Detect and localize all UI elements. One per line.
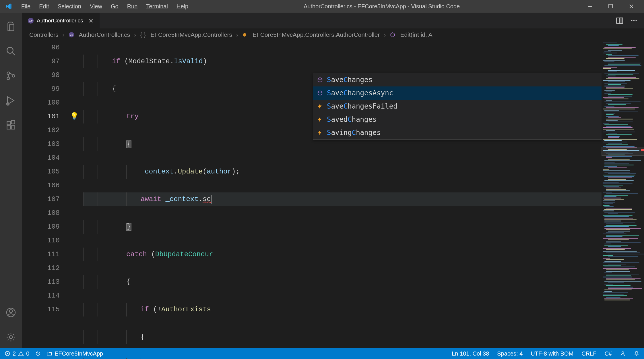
minimize-button[interactable] — [580, 0, 600, 13]
menu-help[interactable]: Help — [172, 1, 192, 11]
svg-point-12 — [9, 310, 13, 313]
svg-point-13 — [9, 336, 13, 339]
line-number-gutter: 96 97 98 99 100 101 102 103 104 105 106 … — [22, 41, 71, 348]
tab-close-icon[interactable] — [88, 18, 94, 23]
menu-edit[interactable]: Edit — [35, 1, 53, 11]
method-cube-icon — [317, 90, 323, 96]
svg-rect-10 — [11, 121, 15, 124]
explorer-icon[interactable] — [0, 16, 22, 37]
method-cube-icon — [317, 77, 323, 83]
svg-rect-25 — [21, 355, 21, 355]
intellisense-label: SavingChanges — [327, 126, 381, 140]
namespace-icon: { } — [140, 32, 146, 38]
accounts-icon[interactable] — [0, 302, 22, 323]
svg-rect-8 — [7, 126, 11, 129]
intellisense-item[interactable]: SaveChangesFailed — [313, 100, 621, 113]
window-title: AuthorController.cs - EFCore5InMvcApp - … — [304, 3, 460, 10]
svg-rect-0 — [588, 6, 592, 7]
breadcrumb-folder[interactable]: Controllers — [29, 31, 59, 38]
method-icon — [390, 32, 396, 38]
menu-run[interactable]: Run — [123, 1, 142, 11]
svg-text:C#: C# — [29, 19, 33, 22]
svg-point-2 — [7, 47, 13, 53]
breadcrumb-namespace[interactable]: EFCore5InMvcApp.Controllers — [150, 31, 232, 38]
breadcrumb-file[interactable]: AuthorController.cs — [79, 31, 130, 38]
code-content[interactable]: if (ModelState.IsValid) { try { _context… — [83, 41, 644, 348]
menu-view[interactable]: View — [86, 1, 106, 11]
minimap[interactable] — [602, 41, 644, 348]
maximize-button[interactable] — [600, 0, 621, 13]
extensions-icon[interactable] — [0, 114, 22, 136]
editor-group: C# AuthorController.cs — [22, 13, 644, 348]
menu-file[interactable]: File — [17, 1, 34, 11]
file-tab-active[interactable]: C# AuthorController.cs — [22, 13, 100, 29]
svg-rect-1 — [609, 4, 612, 8]
status-flame-icon[interactable] — [35, 351, 41, 356]
svg-rect-17 — [620, 18, 623, 24]
vscode-logo-icon — [5, 3, 12, 10]
intellisense-label: SaveChangesFailed — [327, 99, 397, 113]
svg-text:C#: C# — [70, 33, 73, 36]
chevron-right-icon: › — [134, 31, 136, 38]
menu-selection[interactable]: Selection — [54, 1, 85, 11]
svg-point-4 — [7, 77, 10, 80]
event-icon — [317, 116, 323, 123]
intellisense-item[interactable]: SaveChanges — [313, 73, 621, 86]
csharp-file-icon: C# — [28, 18, 34, 24]
svg-rect-24 — [21, 353, 21, 354]
intellisense-item[interactable]: SavedChanges — [313, 113, 621, 126]
intellisense-label: SavedChanges — [327, 113, 377, 126]
editor-tabs: C# AuthorController.cs — [22, 13, 644, 29]
breadcrumb-class[interactable]: EFCore5InMvcApp.Controllers.AuthorContro… — [253, 31, 380, 38]
breadcrumb[interactable]: Controllers › C# AuthorController.cs › {… — [22, 29, 644, 41]
csharp-file-icon: C# — [69, 32, 75, 38]
run-debug-icon[interactable] — [0, 90, 22, 111]
class-icon — [242, 32, 249, 38]
title-bar: File Edit Selection View Go Run Terminal… — [0, 0, 644, 13]
event-icon — [317, 130, 323, 136]
svg-point-19 — [633, 20, 635, 21]
svg-rect-9 — [11, 126, 15, 129]
intellisense-popup[interactable]: SaveChangesSaveChangesAsyncSaveChangesFa… — [313, 73, 621, 140]
settings-gear-icon[interactable] — [0, 326, 22, 348]
code-editor[interactable]: 96 97 98 99 100 101 102 103 104 105 106 … — [22, 41, 644, 348]
svg-rect-7 — [7, 121, 11, 125]
intellisense-item[interactable]: SavingChanges — [313, 126, 621, 139]
main-menu: File Edit Selection View Go Run Terminal… — [17, 1, 192, 11]
menu-terminal[interactable]: Terminal — [142, 1, 172, 11]
chevron-right-icon: › — [236, 31, 238, 38]
menu-go[interactable]: Go — [107, 1, 123, 11]
more-actions-icon[interactable] — [630, 17, 638, 24]
intellisense-item[interactable]: SaveChangesAsync — [313, 86, 621, 100]
event-icon — [317, 103, 323, 109]
split-editor-icon[interactable] — [616, 17, 623, 24]
source-control-icon[interactable] — [0, 65, 22, 87]
tab-label: AuthorController.cs — [37, 18, 83, 24]
status-problems[interactable]: 2 0 — [5, 350, 29, 357]
vscode-window: File Edit Selection View Go Run Terminal… — [0, 0, 644, 359]
close-button[interactable] — [621, 0, 642, 13]
activity-bar — [0, 13, 22, 348]
intellisense-label: SaveChangesAsync — [327, 86, 393, 100]
svg-point-18 — [631, 20, 632, 21]
search-icon[interactable] — [0, 40, 22, 62]
lightbulb-icon[interactable]: 💡 — [70, 110, 79, 123]
svg-point-20 — [635, 20, 637, 21]
chevron-right-icon: › — [63, 31, 65, 38]
breadcrumb-method[interactable]: Edit(int id, A — [400, 31, 432, 38]
window-controls — [580, 0, 642, 13]
chevron-right-icon: › — [384, 31, 386, 38]
glyph-margin: 💡 — [71, 41, 83, 348]
intellisense-label: SaveChanges — [327, 73, 373, 87]
